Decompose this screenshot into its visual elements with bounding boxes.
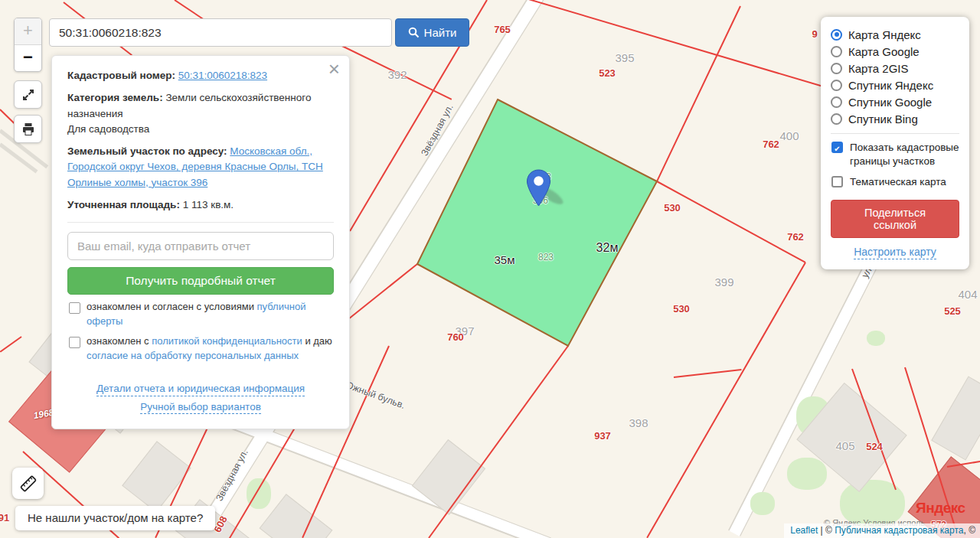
map-label-530: 530 — [664, 202, 681, 214]
configure-map-link[interactable]: Настроить карту — [854, 245, 936, 259]
print-button[interactable] — [14, 115, 42, 143]
cadastral-boundary-line — [646, 262, 806, 538]
land-use-value: Для садоводства — [67, 122, 334, 137]
checkbox-icon — [831, 142, 843, 153]
not-found-prompt[interactable]: Не нашли участок/дом на карте? — [15, 506, 215, 530]
cadastral-boundary-line — [674, 369, 741, 378]
map-label-405: 405 — [835, 439, 854, 452]
map-attribution: Leaflet | © Публичная кадастровая карта,… — [784, 523, 980, 538]
search-input[interactable] — [49, 18, 392, 47]
pkk-link[interactable]: Публичная кадастровая карта — [835, 525, 963, 536]
base-layer-option-5[interactable]: Спутник Bing — [831, 111, 959, 126]
map-label-91: 91 — [0, 512, 9, 523]
map-label-32м: 32м — [596, 241, 619, 255]
report-details-link[interactable]: Детали отчета и юридическая информация — [96, 382, 305, 396]
radio-icon — [831, 80, 842, 91]
building — [931, 376, 980, 460]
radio-icon — [831, 96, 842, 108]
base-layer-label: Карта Яндекс — [848, 28, 921, 41]
close-icon[interactable]: × — [328, 59, 340, 79]
checkbox-icon — [831, 176, 843, 187]
expand-icon — [21, 88, 35, 102]
map-label-398: 398 — [629, 416, 648, 429]
base-layer-option-4[interactable]: Спутник Google — [831, 94, 959, 109]
map-label-937: 937 — [594, 430, 611, 442]
overlay-label: Показать кадастровые границы участков — [850, 141, 959, 168]
base-layer-label: Спутник Bing — [848, 112, 918, 126]
email-input[interactable] — [67, 232, 334, 260]
privacy-agreement-row[interactable]: ознакомлен с политикой конфиденциальност… — [67, 334, 334, 364]
map-label-523: 523 — [599, 67, 616, 79]
base-layer-label: Карта Google — [848, 45, 920, 58]
base-layer-label: Спутник Яндекс — [848, 79, 933, 92]
cadastral-number-label: Кадастровый номер: — [67, 70, 175, 81]
offer-agreement-checkbox[interactable] — [69, 302, 80, 314]
map-label-404: 404 — [958, 288, 977, 301]
radio-icon — [831, 29, 842, 41]
radio-icon — [831, 63, 842, 74]
offer-agreement-row[interactable]: ознакомлен и согласен с условиями публич… — [67, 300, 334, 329]
map-label-823: 823 — [538, 252, 554, 262]
cadastral-number-link[interactable]: 50:31:0060218:823 — [178, 70, 267, 81]
building — [412, 439, 485, 515]
land-category-label: Категория земель: — [67, 92, 163, 103]
yandex-logo: Яндекс — [916, 500, 965, 517]
base-layer-option-2[interactable]: Карта 2GIS — [831, 60, 959, 76]
parcel-info-card: × Кадастровый номер: 50:31:0060218:823 К… — [51, 55, 350, 429]
printer-icon — [21, 122, 35, 136]
area-label: Уточненная площадь: — [67, 199, 180, 210]
base-layer-option-3[interactable]: Спутник Яндекс — [831, 77, 959, 93]
map-label-9: 9 — [812, 28, 817, 40]
cadastral-boundary-line — [505, 0, 824, 87]
base-layer-option-0[interactable]: Карта Яндекс — [831, 27, 959, 42]
base-layer-option-1[interactable]: Карта Google — [831, 44, 959, 59]
map-label-765: 765 — [494, 24, 511, 35]
base-layer-label: Спутник Google — [848, 96, 932, 109]
leaflet-link[interactable]: Leaflet — [790, 525, 818, 536]
panel-divider — [831, 133, 959, 134]
map-label-760: 760 — [447, 331, 464, 343]
personal-data-consent-link[interactable]: согласие на обработку персональных данны… — [87, 350, 299, 361]
map-label-400: 400 — [779, 129, 799, 142]
search-button-label: Найти — [424, 26, 457, 39]
building — [122, 441, 191, 512]
privacy-text-part1: ознакомлен с — [87, 335, 152, 347]
card-divider — [67, 222, 334, 223]
cadastral-boundary-line — [0, 336, 22, 353]
address-label: Земельный участок по адресу: — [67, 145, 227, 157]
overlay-option-0[interactable]: Показать кадастровые границы участков — [831, 141, 959, 168]
base-layer-label: Карта 2GIS — [848, 62, 909, 75]
manual-selection-link[interactable]: Ручной выбор вариантов — [140, 400, 261, 415]
map-label-524: 524 — [866, 441, 883, 452]
vegetation-patch — [787, 458, 827, 490]
zoom-out-button[interactable]: − — [15, 45, 41, 71]
map-label-399: 399 — [714, 276, 733, 289]
overlay-label: Тематическая карта — [850, 175, 946, 189]
base-layer-list: Карта ЯндексКарта GoogleКарта 2GISСпутни… — [831, 27, 959, 126]
share-link-button[interactable]: Поделиться ссылкой — [831, 200, 959, 238]
map-label-395: 395 — [615, 51, 634, 64]
privacy-text-part2: и даю — [302, 335, 332, 347]
zoom-in-button[interactable]: + — [15, 18, 41, 45]
radio-icon — [831, 113, 842, 125]
map-label-530: 530 — [673, 303, 690, 315]
fullscreen-button[interactable] — [14, 80, 42, 109]
map-label-525: 525 — [944, 305, 961, 317]
map-marker-pin[interactable] — [526, 169, 551, 207]
layers-panel: Карта ЯндексКарта GoogleКарта 2GISСпутни… — [821, 17, 969, 269]
cadastral-boundary-line — [656, 6, 741, 182]
offer-agreement-text: ознакомлен и согласен с условиями публич… — [87, 300, 334, 329]
search-button[interactable]: Найти — [395, 18, 469, 47]
overlay-option-1[interactable]: Тематическая карта — [831, 175, 959, 189]
privacy-policy-link[interactable]: политикой конфиденциальности — [152, 335, 302, 347]
overlay-list: Показать кадастровые границы участковТем… — [831, 141, 959, 190]
map-label-762: 762 — [787, 231, 804, 243]
attribution-suffix: , © — [963, 525, 975, 536]
attribution-separator: | © — [818, 525, 835, 536]
get-report-button[interactable]: Получить подробный отчет — [67, 267, 334, 295]
area-value: 1 113 кв.м. — [183, 199, 234, 210]
measure-button[interactable] — [12, 468, 44, 499]
search-icon — [408, 27, 420, 38]
privacy-agreement-checkbox[interactable] — [69, 337, 80, 348]
vegetation-patch — [867, 331, 885, 346]
